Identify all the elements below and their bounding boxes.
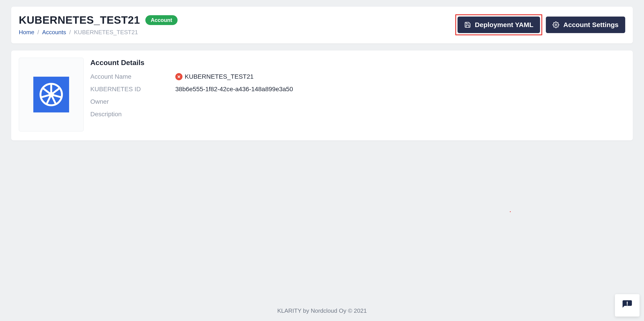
account-settings-label: Account Settings [563,21,618,28]
svg-line-4 [51,88,59,94]
header-left: KUBERNETES_TEST21 Account Home / Account… [19,14,178,36]
save-icon [464,22,471,28]
breadcrumb-separator: / [69,29,71,36]
breadcrumb-current: KUBERNETES_TEST21 [74,29,138,36]
deployment-yaml-label: Deployment YAML [475,21,534,28]
stray-marker-icon [510,211,511,212]
field-label: Description [90,111,175,118]
details-card: Account Details Account Name KUBERNETES_… [11,50,633,140]
field-row-description: Description [90,111,625,118]
svg-rect-10 [627,302,628,304]
field-value: KUBERNETES_TEST21 [175,73,254,80]
title-row: KUBERNETES_TEST21 Account [19,14,178,26]
svg-point-0 [555,24,557,26]
header-card: KUBERNETES_TEST21 Account Home / Account… [11,7,633,43]
section-heading: Account Details [90,58,625,67]
header-actions: Deployment YAML Account Settings [455,14,625,35]
highlight-annotation: Deployment YAML [455,14,542,35]
field-row-kubernetes-id: KUBERNETES ID 38b6e555-1f82-42ce-a436-14… [90,86,625,93]
gear-icon [552,22,559,28]
breadcrumb: Home / Accounts / KUBERNETES_TEST21 [19,29,178,36]
breadcrumb-home[interactable]: Home [19,29,34,36]
feedback-widget-button[interactable] [615,294,640,316]
breadcrumb-separator: / [37,29,39,36]
footer-text: KLARITY by Nordcloud Oy © 2021 [11,280,633,321]
field-row-account-name: Account Name KUBERNETES_TEST21 [90,73,625,80]
field-value: 38b6e555-1f82-42ce-a436-148a899e3a50 [175,86,293,93]
svg-rect-11 [627,304,628,305]
field-label: KUBERNETES ID [90,86,175,93]
account-settings-button[interactable]: Account Settings [546,16,625,33]
breadcrumb-accounts[interactable]: Accounts [42,29,66,36]
kubernetes-logo-icon [33,77,69,112]
details-body: Account Details Account Name KUBERNETES_… [90,58,625,123]
page-title: KUBERNETES_TEST21 [19,14,140,26]
provider-logo-box [19,58,84,132]
account-name-value: KUBERNETES_TEST21 [185,73,254,80]
svg-line-9 [43,88,51,94]
field-label: Account Name [90,73,175,80]
field-row-owner: Owner [90,98,625,105]
status-error-icon [175,73,182,80]
deployment-yaml-button[interactable]: Deployment YAML [458,16,540,33]
account-badge: Account [145,15,178,25]
field-label: Owner [90,98,175,105]
feedback-icon [622,299,633,312]
